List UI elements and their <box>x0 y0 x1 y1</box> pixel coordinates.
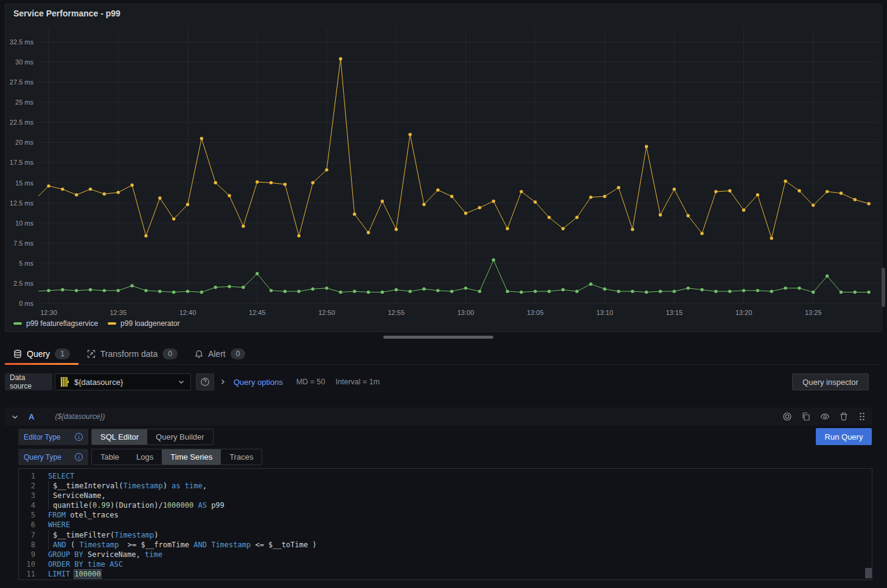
bell-icon <box>195 350 203 358</box>
svg-text:0 ms: 0 ms <box>19 300 33 307</box>
legend-swatch-yellow <box>108 322 116 325</box>
query-type-label: Query Type i <box>18 449 88 465</box>
transform-icon <box>87 350 96 358</box>
timeseries-chart[interactable]: 12:3012:3512:4012:4512:5012:5513:0013:05… <box>5 4 882 331</box>
svg-text:2.5 ms: 2.5 ms <box>13 280 34 287</box>
target-icon[interactable] <box>782 412 792 421</box>
svg-text:10 ms: 10 ms <box>15 220 33 227</box>
query-ref-id[interactable]: A <box>29 412 34 421</box>
svg-text:32.5 ms: 32.5 ms <box>10 38 34 46</box>
info-icon[interactable]: i <box>75 453 83 461</box>
datasource-label: Data source <box>5 373 52 390</box>
svg-text:13:10: 13:10 <box>596 309 613 316</box>
database-icon <box>13 350 22 358</box>
editor-type-label: Editor Type i <box>18 429 88 445</box>
editor-type-group: SQL Editor Query Builder <box>91 429 214 445</box>
svg-text:12:45: 12:45 <box>249 309 266 316</box>
run-query-button[interactable]: Run Query <box>816 428 872 445</box>
query-type-group: Table Logs Time Series Traces <box>91 449 262 465</box>
tab-count-badge: 0 <box>162 348 178 359</box>
info-icon[interactable]: i <box>75 433 83 441</box>
panel-title: Service Performance - p99 <box>13 9 120 18</box>
legend-item-featureflagservice[interactable]: p99 featureflagservice <box>13 319 98 328</box>
grafana-panel-edit-view: Service Performance - p99 12:3012:3512:4… <box>0 0 887 588</box>
segment-query-builder[interactable]: Query Builder <box>147 429 212 444</box>
tab-alert[interactable]: Alert 0 <box>186 343 254 364</box>
tab-label: Transform data <box>100 349 158 359</box>
legend-label: p99 loadgenerator <box>120 319 179 328</box>
tab-transform-data[interactable]: Transform data 0 <box>78 343 186 364</box>
query-options-row: Query options MD = 50 Interval = 1m <box>219 373 380 390</box>
datasource-help-button[interactable] <box>196 373 214 390</box>
datasource-select[interactable]: ${datasource} <box>55 373 191 390</box>
chevron-right-icon[interactable] <box>219 378 226 386</box>
svg-text:22.5 ms: 22.5 ms <box>10 119 34 126</box>
svg-text:13:05: 13:05 <box>527 309 544 316</box>
query-options-toggle[interactable]: Query options <box>234 378 283 387</box>
field-label-text: Editor Type <box>24 433 60 441</box>
svg-text:17.5 ms: 17.5 ms <box>10 159 34 166</box>
segment-time-series[interactable]: Time Series <box>162 449 221 465</box>
svg-text:13:15: 13:15 <box>666 309 683 316</box>
segment-sql-editor[interactable]: SQL Editor <box>92 429 147 444</box>
timeseries-panel: Service Performance - p99 12:3012:3512:4… <box>5 4 882 332</box>
drag-handle-icon[interactable] <box>858 412 866 421</box>
query-datasource-hint: (${datasource}) <box>55 412 105 421</box>
segment-table[interactable]: Table <box>92 449 128 465</box>
page-scrollbar-thumb[interactable] <box>882 268 885 307</box>
legend-item-loadgenerator[interactable]: p99 loadgenerator <box>108 319 179 328</box>
tab-label: Query <box>27 349 50 359</box>
tab-count-badge: 0 <box>231 348 246 359</box>
editor-tabbar: Query 1 Transform data 0 Alert 0 <box>5 343 882 365</box>
segment-traces[interactable]: Traces <box>221 449 262 465</box>
chart-legend: p99 featureflagservice p99 loadgenerator <box>13 319 180 328</box>
datasource-value: ${datasource} <box>74 378 123 387</box>
svg-text:13:20: 13:20 <box>736 309 753 316</box>
query-inspector-button[interactable]: Query inspector <box>792 373 869 390</box>
svg-text:12:30: 12:30 <box>40 309 57 316</box>
interval-value: Interval = 1m <box>336 378 380 386</box>
svg-text:27.5 ms: 27.5 ms <box>10 78 34 86</box>
tab-query[interactable]: Query 1 <box>5 343 78 364</box>
svg-text:7.5 ms: 7.5 ms <box>13 240 34 247</box>
svg-text:12:50: 12:50 <box>318 309 335 316</box>
svg-text:12.5 ms: 12.5 ms <box>10 199 34 207</box>
legend-swatch-green <box>13 322 22 325</box>
svg-text:20 ms: 20 ms <box>15 139 33 146</box>
svg-text:12:35: 12:35 <box>110 309 127 316</box>
max-data-points-value: MD = 50 <box>296 378 325 386</box>
sql-code-editor[interactable]: 1SELECT2$__timeInterval(Timestamp) as ti… <box>18 468 872 580</box>
tab-label: Alert <box>208 349 226 359</box>
svg-text:12:55: 12:55 <box>388 309 405 316</box>
svg-text:13:25: 13:25 <box>805 309 822 316</box>
query-row-actions <box>782 412 866 421</box>
horizontal-scrollbar-thumb[interactable] <box>383 336 493 339</box>
svg-text:12:40: 12:40 <box>179 309 197 316</box>
tab-count-badge: 1 <box>55 348 70 359</box>
query-row-header[interactable]: A (${datasource}) <box>5 407 872 426</box>
segment-logs[interactable]: Logs <box>128 449 162 465</box>
editor-scrollbar-thumb[interactable] <box>865 568 872 578</box>
svg-text:5 ms: 5 ms <box>19 260 33 267</box>
svg-text:25 ms: 25 ms <box>15 99 33 106</box>
clickhouse-logo-icon <box>61 377 69 387</box>
collapse-chevron-icon[interactable] <box>11 413 19 421</box>
chevron-down-icon <box>178 378 185 386</box>
legend-label: p99 featureflagservice <box>26 319 98 328</box>
eye-icon[interactable] <box>820 412 830 421</box>
field-label-text: Query Type <box>24 453 61 462</box>
question-circle-icon <box>200 377 210 387</box>
svg-text:13:00: 13:00 <box>457 309 475 316</box>
svg-text:30 ms: 30 ms <box>15 58 33 66</box>
sql-code-lines[interactable]: 1SELECT2$__timeInterval(Timestamp) as ti… <box>19 471 872 579</box>
copy-icon[interactable] <box>801 412 811 421</box>
svg-text:15 ms: 15 ms <box>15 179 33 187</box>
trash-icon[interactable] <box>839 412 849 421</box>
